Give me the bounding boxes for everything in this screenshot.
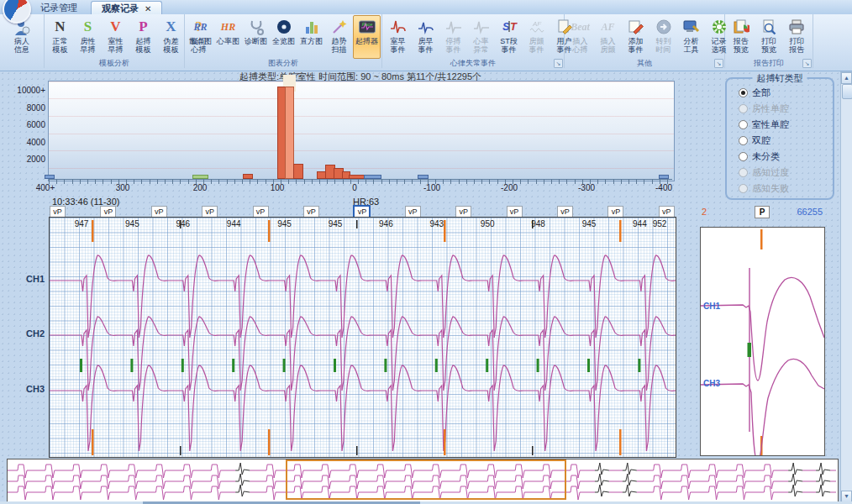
beat-annotation-vp[interactable]: vP (151, 206, 167, 218)
pace-interval-histogram[interactable] (49, 81, 672, 179)
scroll-down-icon[interactable]: ▼ (841, 491, 852, 502)
rr-interval-value: 946 (171, 219, 196, 228)
beat-detail-panel[interactable]: CH1CH3 (700, 227, 825, 456)
insert-af-button: AF插入房颤 (594, 15, 622, 59)
scroll-up-icon[interactable]: ▲ (841, 72, 852, 84)
button-label: 早搏 (81, 45, 96, 54)
radio-icon (739, 184, 748, 193)
button-label: 转到 (656, 37, 671, 45)
svg-text:AF: AF (531, 20, 541, 28)
histogram-bar[interactable] (418, 175, 429, 179)
atrial-premature-template-icon: S (84, 17, 92, 37)
beat-annotation-vp[interactable]: vP (100, 206, 116, 218)
histogram-bar[interactable] (364, 175, 381, 179)
beat-annotation-vp[interactable]: vP (405, 206, 421, 218)
beat-annotation-vp[interactable]: vP (253, 206, 269, 218)
diagnosis-plot-button[interactable]: 诊断图 (242, 15, 270, 59)
overview-plot-button[interactable]: 全览图 (270, 15, 297, 59)
button-label: 模板 (53, 45, 68, 54)
ribbon-group-其他: Beat插入心搏AF插入房颤添加事件转到时间分析工具记录选项其他↘ (565, 14, 725, 68)
button-label: ST段 (500, 37, 518, 45)
bars-icon (303, 17, 320, 37)
atrial-premature-template-button[interactable]: S房性早搏 (74, 15, 102, 59)
rr-interval-value: 946 (373, 219, 398, 228)
beat-annotation-vp[interactable]: vP (202, 206, 218, 218)
beat-annotation-vp[interactable]: vP (557, 206, 573, 218)
tab-observe-record[interactable]: 观察记录✕ (91, 1, 162, 15)
beat-annotation-vp[interactable]: vP (303, 206, 319, 218)
group-label: 其他 (566, 59, 723, 68)
print-preview-button[interactable]: 打印预览 (755, 15, 782, 59)
report-preview-button[interactable]: 报告预览 (727, 15, 755, 59)
ribbon-group-心律失常事件: 室早事件房早事件停搏事件心率异常STST段事件AF房颤事件用户事件心律失常事件↘ (382, 14, 565, 68)
artifact-template-button[interactable]: X伪差模板 (157, 15, 185, 59)
st-segment-event-button[interactable]: STST段事件 (495, 15, 523, 59)
button-label: 心搏 (573, 45, 588, 54)
vertical-scroll-thumb[interactable] (842, 84, 852, 99)
insert-beat-button: Beat插入心搏 (566, 15, 594, 59)
radio-icon[interactable] (739, 120, 748, 129)
button-label: 模板 (136, 45, 151, 54)
tab-record-management[interactable]: 记录管理 (30, 1, 87, 14)
x-axis-tick-label: 200 (181, 183, 218, 192)
ventricular-premature-template-icon: V (110, 17, 120, 37)
beat-annotation-vp[interactable]: vP (507, 206, 523, 218)
pacer-type-radio-4[interactable]: 未分类 (739, 151, 780, 162)
pause-event-button: 停搏事件 (439, 15, 467, 59)
pacer-type-radio-0[interactable]: 全部 (739, 87, 770, 98)
button-label: 打印 (761, 37, 776, 45)
heart-rate-plot-button[interactable]: HR心率图 (214, 15, 242, 59)
histogram-bar[interactable] (293, 164, 303, 179)
button-label: 室性 (108, 37, 124, 45)
paced-template-button[interactable]: P起搏模板 (129, 15, 157, 59)
pacer-type-radio-3[interactable]: 双腔 (739, 135, 770, 146)
print-report-button[interactable]: 打印报告 (783, 15, 811, 59)
radio-icon[interactable] (739, 88, 748, 97)
ecg-strip-view[interactable]: 947945946944945945946943950948945944952 (49, 217, 676, 458)
histogram-plot-button[interactable]: 直方图 (297, 15, 325, 59)
pacer-type-radio-5: 感知过度 (739, 167, 789, 178)
histogram-bar[interactable] (659, 175, 669, 179)
beat-annotation-vp[interactable]: vP (50, 206, 66, 218)
beat-annotation-vp[interactable]: vP (607, 206, 623, 218)
analysis-tools-button[interactable]: 分析工具 (677, 15, 705, 59)
ventricular-premature-template-button[interactable]: V室性早搏 (102, 15, 129, 59)
close-tab-icon[interactable]: ✕ (145, 4, 151, 13)
pacer-type-radio-2[interactable]: 室性单腔 (739, 119, 789, 130)
histogram-bar[interactable] (349, 175, 366, 179)
trend-scan-button[interactable]: 趋势扫描 (325, 15, 353, 59)
rr-interval-value: 945 (119, 219, 145, 228)
normal-template-button[interactable]: N正常模板 (46, 15, 74, 59)
scatter-plot-button[interactable]: RR散点图 (187, 15, 214, 59)
radio-label: 感知过度 (752, 166, 789, 179)
button-label: 散点图 (189, 37, 212, 45)
pvc-event-button[interactable]: 室早事件 (384, 15, 412, 59)
ecg-overview-strip[interactable] (7, 459, 839, 503)
dialog-launcher-icon[interactable]: ↘ (802, 59, 812, 68)
button-label: 报告 (734, 37, 749, 45)
button-label: 时间 (656, 45, 671, 54)
histogram-bar[interactable] (45, 175, 55, 179)
histogram-bar[interactable] (192, 175, 208, 179)
radio-icon[interactable] (739, 136, 748, 145)
radio-icon[interactable] (739, 152, 748, 161)
channel-label-ch3: CH3 (26, 384, 45, 394)
heart-rate-plot-icon: HR (221, 17, 235, 37)
pace-icon: Pace (359, 17, 376, 37)
button-label: 打印 (789, 37, 804, 45)
dialog-launcher-icon[interactable]: ↘ (714, 59, 723, 68)
radio-label: 房性单腔 (752, 102, 789, 115)
pacemaker-button[interactable]: Pace起搏器 (353, 15, 381, 59)
detail-beat-label[interactable]: P (755, 206, 770, 218)
button-label: 事件 (391, 45, 406, 54)
paced-template-icon: P (139, 17, 147, 37)
pac-event-button[interactable]: 房早事件 (412, 15, 439, 59)
beat-annotation-vp[interactable]: vP (659, 206, 675, 218)
button-label: 全览图 (272, 37, 295, 45)
histogram-bar[interactable] (243, 174, 253, 179)
vertical-scrollbar[interactable]: ▲ ▼ (840, 71, 852, 503)
beat-annotation-vp[interactable]: vP (455, 206, 471, 218)
add-event-button[interactable]: 添加事件 (622, 15, 650, 59)
dialog-launcher-icon[interactable]: ↘ (554, 59, 563, 68)
scatter-plot-icon: RR (193, 17, 207, 37)
